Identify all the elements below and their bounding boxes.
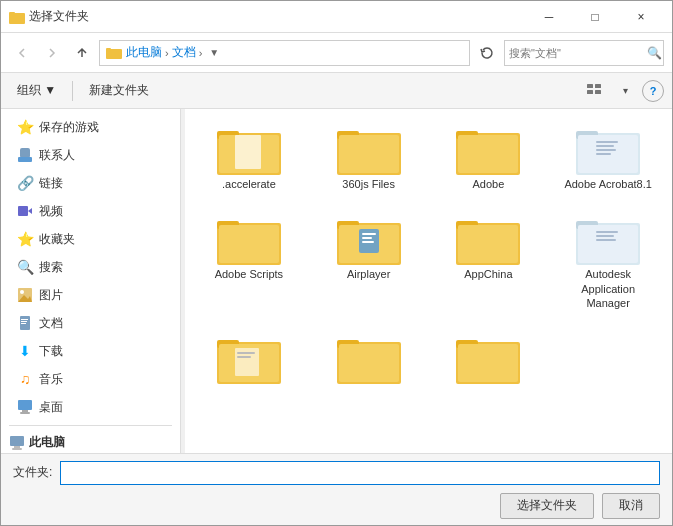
forward-icon <box>46 47 58 59</box>
breadcrumb-bar[interactable]: 此电脑 › 文档 › ▼ <box>99 40 470 66</box>
svg-rect-49 <box>596 149 616 151</box>
folder-adobe-label: Adobe <box>472 177 504 191</box>
up-icon <box>76 47 88 59</box>
view-button[interactable] <box>582 78 608 104</box>
toolbar-separator <box>72 81 73 101</box>
sidebar-label-music: 音乐 <box>39 371 63 388</box>
folder-row3-1[interactable] <box>193 326 305 394</box>
links-icon: 🔗 <box>17 175 33 191</box>
sidebar-label-desktop: 桌面 <box>39 399 63 416</box>
search-icon: 🔍 <box>647 46 662 60</box>
folder-appchina[interactable]: AppChina <box>433 207 545 318</box>
sidebar-item-documents[interactable]: 文档 <box>1 309 180 337</box>
folder-360js[interactable]: 360js Files <box>313 117 425 199</box>
folder-row3-3[interactable] <box>433 326 545 394</box>
cancel-button[interactable]: 取消 <box>602 493 660 519</box>
folder-autodesk-label: Autodesk Application Manager <box>563 267 653 310</box>
svg-rect-50 <box>596 153 611 155</box>
refresh-icon <box>480 46 494 60</box>
folder-row3-2[interactable] <box>313 326 425 394</box>
sidebar-item-links[interactable]: 🔗 链接 <box>1 169 180 197</box>
toolbar-right: ▾ ? <box>582 78 664 104</box>
breadcrumb-documents[interactable]: 文档 <box>172 44 196 61</box>
new-folder-button[interactable]: 新建文件夹 <box>81 78 157 104</box>
svg-rect-66 <box>578 225 638 263</box>
svg-marker-11 <box>28 208 32 214</box>
svg-rect-60 <box>362 241 374 243</box>
folder-adobe-acrobat[interactable]: Adobe Acrobat8.1 <box>552 117 664 199</box>
folder-airplayer-icon <box>337 215 401 267</box>
dialog-title: 选择文件夹 <box>29 8 89 25</box>
sidebar-item-downloads[interactable]: ⬇ 下载 <box>1 337 180 365</box>
svg-rect-21 <box>20 412 30 414</box>
videos-icon <box>17 203 33 219</box>
folder-accelerate[interactable]: .accelerate <box>193 117 305 199</box>
filename-input[interactable] <box>60 461 660 485</box>
svg-rect-16 <box>21 319 28 320</box>
downloads-icon: ⬇ <box>17 343 33 359</box>
svg-rect-23 <box>14 446 20 448</box>
sidebar-section-this-pc: 此电脑 <box>1 430 180 453</box>
svg-rect-67 <box>596 231 618 233</box>
view-dropdown-button[interactable]: ▾ <box>612 78 638 104</box>
sidebar-item-contacts[interactable]: 联系人 <box>1 141 180 169</box>
file-area: .accelerate 360js Files <box>185 109 672 453</box>
minimize-button[interactable]: ─ <box>526 1 572 33</box>
organize-button[interactable]: 组织 ▼ <box>9 78 64 104</box>
forward-button[interactable] <box>39 40 65 66</box>
sidebar-item-videos[interactable]: 视频 <box>1 197 180 225</box>
sidebar-item-music[interactable]: ♫ 音乐 <box>1 365 180 393</box>
folder-adobe-scripts-label: Adobe Scripts <box>215 267 283 281</box>
sidebar-label-documents: 文档 <box>39 315 63 332</box>
svg-rect-43 <box>458 135 518 173</box>
folder-row3-2-icon <box>337 334 401 386</box>
svg-rect-1 <box>9 12 15 15</box>
breadcrumb-folder-icon <box>106 46 122 60</box>
svg-rect-17 <box>21 321 27 322</box>
svg-rect-24 <box>12 448 22 450</box>
file-grid: .accelerate 360js Files <box>193 117 664 394</box>
music-icon: ♫ <box>17 371 33 387</box>
svg-rect-3 <box>106 48 111 51</box>
back-button[interactable] <box>9 40 35 66</box>
refresh-button[interactable] <box>474 40 500 66</box>
sidebar-label-this-pc[interactable]: 此电脑 <box>29 434 65 451</box>
sidebar-item-saved-games[interactable]: ⭐ 保存的游戏 <box>1 113 180 141</box>
sidebar-item-favorites[interactable]: ⭐ 收藏夹 <box>1 225 180 253</box>
folder-row3-3-icon <box>456 334 520 386</box>
close-button[interactable]: × <box>618 1 664 33</box>
up-button[interactable] <box>69 40 95 66</box>
sidebar-divider <box>9 425 172 426</box>
folder-adobe-acrobat-label: Adobe Acrobat8.1 <box>564 177 651 191</box>
folder-adobe[interactable]: Adobe <box>433 117 545 199</box>
folder-airplayer[interactable]: Airplayer <box>313 207 425 318</box>
svg-rect-75 <box>237 356 251 358</box>
folder-adobe-scripts[interactable]: Adobe Scripts <box>193 207 305 318</box>
maximize-button[interactable]: □ <box>572 1 618 33</box>
folder-adobe-icon <box>456 125 520 177</box>
sidebar-item-desktop[interactable]: 桌面 <box>1 393 180 421</box>
footer-buttons: 选择文件夹 取消 <box>13 493 660 519</box>
sidebar: ⭐ 保存的游戏 联系人 🔗 链接 视频 ⭐ 收藏夹 <box>1 109 181 453</box>
svg-rect-4 <box>587 84 593 88</box>
filename-label: 文件夹: <box>13 464 52 481</box>
search-box: 🔍 <box>504 40 664 66</box>
search-sidebar-icon: 🔍 <box>17 259 33 275</box>
folder-autodesk[interactable]: Autodesk Application Manager <box>552 207 664 318</box>
svg-point-13 <box>20 290 24 294</box>
help-button[interactable]: ? <box>642 80 664 102</box>
desktop-icon <box>17 399 33 415</box>
file-chooser-dialog: 选择文件夹 ─ □ × 此电脑 › 文档 › ▼ <box>0 0 673 526</box>
search-input[interactable] <box>509 47 647 59</box>
svg-rect-37 <box>235 135 261 169</box>
sidebar-item-pictures[interactable]: 图片 <box>1 281 180 309</box>
folder-360js-label: 360js Files <box>342 177 395 191</box>
select-folder-button[interactable]: 选择文件夹 <box>500 493 594 519</box>
view-grid-icon <box>587 84 603 98</box>
svg-rect-53 <box>219 225 279 263</box>
folder-adobe-acrobat-icon <box>576 125 640 177</box>
folder-autodesk-icon <box>576 215 640 267</box>
sidebar-item-search[interactable]: 🔍 搜索 <box>1 253 180 281</box>
breadcrumb-pc[interactable]: 此电脑 <box>126 44 162 61</box>
svg-rect-68 <box>596 235 614 237</box>
